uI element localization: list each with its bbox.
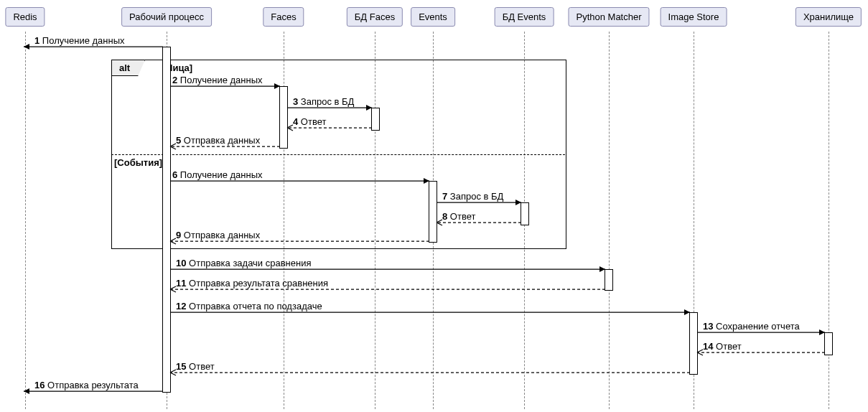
alt-label: alt <box>111 60 145 76</box>
alt-condition-2: [События] <box>114 157 162 168</box>
message-label-12: 12 Отправка отчета по подзадаче <box>176 301 322 312</box>
message-label-2: 2 Получение данных <box>172 75 263 85</box>
participant-faces: Faces <box>263 7 304 27</box>
message-label-1: 1 Получение данных <box>34 36 125 46</box>
message-label-8: 8 Ответ <box>442 212 475 222</box>
activation-6 <box>689 312 698 375</box>
participant-imgstore: Image Store <box>661 7 727 27</box>
message-label-4: 4 Ответ <box>293 117 326 127</box>
participant-redis: Redis <box>5 7 45 27</box>
message-label-3: 3 Запрос в БД <box>293 97 354 107</box>
message-label-7: 7 Запрос в БД <box>442 192 503 202</box>
message-label-6: 6 Получение данных <box>172 170 263 180</box>
participant-events: Events <box>411 7 455 27</box>
message-label-16: 16 Отправка результата <box>34 380 139 390</box>
message-label-10: 10 Отправка задачи сравнения <box>176 258 312 268</box>
message-label-14: 14 Ответ <box>703 342 742 352</box>
participant-matcher: Python Matcher <box>568 7 649 27</box>
message-label-11: 11 Отправка результата сравнения <box>176 278 328 289</box>
activation-4 <box>521 202 529 225</box>
activation-2 <box>371 108 380 131</box>
alt-divider <box>111 154 565 155</box>
participant-dbfaces: БД Faces <box>347 7 403 27</box>
participant-storage: Хранилище <box>795 7 862 27</box>
lifeline-matcher <box>609 32 610 409</box>
activation-3 <box>429 181 437 243</box>
participant-worker: Рабочий процесс <box>121 7 212 27</box>
activation-0 <box>162 47 171 393</box>
activation-7 <box>824 332 833 355</box>
message-label-5: 5 Отправка данных <box>176 136 260 146</box>
activation-5 <box>605 269 613 291</box>
message-label-15: 15 Ответ <box>176 362 215 372</box>
participant-dbevents: БД Events <box>495 7 554 27</box>
lifeline-redis <box>25 32 26 409</box>
message-label-13: 13 Сохранение отчета <box>703 322 800 332</box>
message-label-9: 9 Отправка данных <box>176 230 260 240</box>
activation-1 <box>279 86 288 149</box>
